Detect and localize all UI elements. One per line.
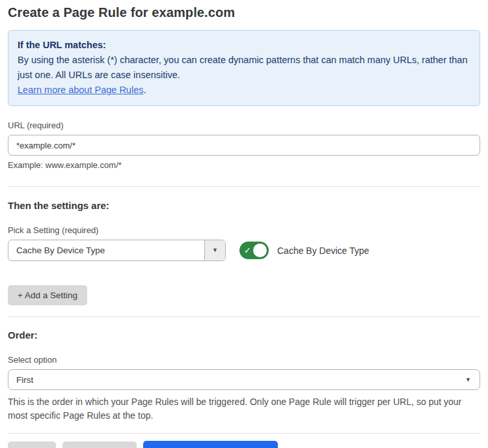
url-match-info-banner: If the URL matches: By using the asteris… [8, 30, 480, 106]
url-example-helper: Example: www.example.com/* [8, 160, 480, 170]
url-field-label: URL (required) [8, 120, 480, 130]
settings-section-heading: Then the settings are: [8, 200, 480, 211]
add-setting-button[interactable]: + Add a Setting [8, 285, 87, 305]
setting-select-caret-button[interactable]: ▼ [204, 240, 225, 260]
setting-toggle-label: Cache By Device Type [277, 245, 369, 256]
page-rule-form: Create a Page Rule for example.com If th… [0, 5, 488, 448]
order-section-heading: Order: [8, 329, 480, 341]
info-banner-body: By using the asterisk (*) character, you… [18, 53, 470, 83]
save-and-deploy-button[interactable]: Save and Deploy Page Rule [143, 441, 278, 448]
url-input[interactable] [8, 135, 480, 156]
info-banner-heading: If the URL matches: [18, 38, 470, 53]
learn-more-link[interactable]: Learn more about Page Rules [18, 85, 143, 95]
info-banner-link-line: Learn more about Page Rules. [18, 83, 470, 98]
order-select-caret: ▼ [465, 370, 480, 389]
link-period: . [143, 85, 146, 95]
setting-picker-label: Pick a Setting (required) [8, 225, 480, 235]
save-as-draft-button[interactable]: Save as Draft [62, 441, 137, 448]
divider [8, 433, 480, 434]
checkmark-icon: ✓ [244, 245, 251, 255]
setting-toggle-on[interactable]: ✓ [239, 242, 269, 259]
order-select-value: First [8, 370, 465, 389]
divider [8, 186, 480, 187]
toggle-knob [253, 244, 267, 257]
order-select-label: Select option [8, 355, 480, 365]
order-select[interactable]: First ▼ [8, 369, 480, 390]
order-helper-text: This is the order in which your Page Rul… [8, 395, 480, 423]
cancel-button[interactable]: Cancel [8, 441, 56, 448]
setting-select[interactable]: Cache By Device Type ▼ [8, 240, 226, 261]
page-title: Create a Page Rule for example.com [8, 5, 480, 20]
setting-select-value: Cache By Device Type [8, 240, 204, 260]
footer-actions: Cancel Save as Draft Save and Deploy Pag… [8, 441, 480, 448]
divider [8, 316, 480, 317]
chevron-down-icon: ▼ [465, 377, 471, 383]
chevron-down-icon: ▼ [212, 247, 218, 253]
setting-row: Cache By Device Type ▼ ✓ Cache By Device… [8, 240, 480, 261]
